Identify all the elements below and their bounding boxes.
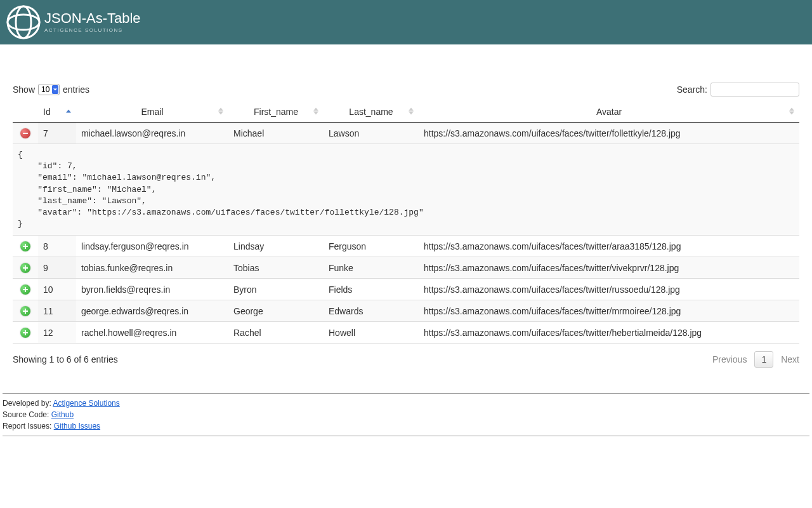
sort-icon [409, 108, 414, 115]
pagination: Previous 1 Next [712, 351, 799, 368]
col-email[interactable]: Email [76, 100, 228, 123]
dev-label: Developed by: [3, 399, 53, 408]
src-label: Source Code: [3, 410, 51, 419]
svg-rect-5 [23, 133, 28, 134]
cell-last-name: Fields [324, 279, 419, 300]
dev-link[interactable]: Actigence Solutions [53, 399, 119, 408]
col-avatar[interactable]: Avatar [419, 100, 799, 123]
cell-id: 9 [38, 257, 76, 279]
table-row: 9tobias.funke@reqres.inTobiasFunkehttps:… [13, 257, 799, 279]
table-row: 12rachel.howell@reqres.inRachelHowellhtt… [13, 322, 799, 344]
cell-avatar: https://s3.amazonaws.com/uifaces/faces/t… [419, 322, 799, 344]
sort-icon [218, 108, 223, 115]
col-expand [13, 100, 38, 123]
cell-avatar: https://s3.amazonaws.com/uifaces/faces/t… [419, 300, 799, 322]
cell-email: george.edwards@reqres.in [76, 300, 228, 322]
cell-email: rachel.howell@reqres.in [76, 322, 228, 344]
globe-icon [6, 5, 41, 39]
expand-icon[interactable] [20, 284, 30, 295]
cell-first-name: Rachel [228, 322, 324, 344]
cell-email: michael.lawson@reqres.in [76, 123, 228, 144]
expand-icon[interactable] [20, 306, 30, 316]
detail-row: { "id": 7, "email": "michael.lawson@reqr… [13, 144, 799, 236]
page-length-control: Show 10 entries [13, 84, 89, 95]
brand-logo: JSON-As-Table ACTIGENCE SOLUTIONS [6, 5, 141, 39]
sort-icon [313, 108, 318, 115]
table-row: 7michael.lawson@reqres.inMichaelLawsonht… [13, 123, 799, 144]
cell-first-name: George [228, 300, 324, 322]
cell-first-name: Byron [228, 279, 324, 300]
cell-id: 8 [38, 236, 76, 257]
detail-json: { "id": 7, "email": "michael.lawson@reqr… [13, 144, 799, 236]
collapse-icon[interactable] [20, 128, 30, 138]
cell-first-name: Lindsay [228, 236, 324, 257]
src-link[interactable]: Github [51, 410, 74, 419]
table-row: 10byron.fields@reqres.inByronFieldshttps… [13, 279, 799, 300]
table-row: 11george.edwards@reqres.inGeorgeEdwardsh… [13, 300, 799, 322]
search-label: Search: [677, 84, 707, 95]
app-header: JSON-As-Table ACTIGENCE SOLUTIONS [0, 0, 812, 44]
next-button[interactable]: Next [781, 354, 799, 364]
sort-icon [66, 110, 71, 113]
cell-last-name: Lawson [324, 123, 419, 144]
iss-link[interactable]: Github Issues [54, 422, 100, 431]
cell-last-name: Edwards [324, 300, 419, 322]
col-last-name[interactable]: Last_name [324, 100, 419, 123]
entries-label: entries [63, 84, 89, 95]
expand-icon[interactable] [20, 263, 30, 273]
data-table: Id Email First_name Last_name Avatar [13, 100, 799, 344]
cell-email: byron.fields@reqres.in [76, 279, 228, 300]
col-first-name[interactable]: First_name [228, 100, 324, 123]
page-number[interactable]: 1 [754, 351, 773, 368]
sort-icon [789, 108, 794, 115]
cell-last-name: Funke [324, 257, 419, 279]
table-row: 8lindsay.ferguson@reqres.inLindsayFergus… [13, 236, 799, 257]
cell-id: 11 [38, 300, 76, 322]
iss-label: Report Issues: [3, 422, 54, 431]
page-length-select[interactable]: 10 [38, 84, 60, 95]
cell-last-name: Howell [324, 322, 419, 344]
table-info: Showing 1 to 6 of 6 entries [13, 354, 118, 364]
cell-avatar: https://s3.amazonaws.com/uifaces/faces/t… [419, 123, 799, 144]
cell-avatar: https://s3.amazonaws.com/uifaces/faces/t… [419, 257, 799, 279]
credits: Developed by: Actigence Solutions Source… [3, 393, 809, 436]
search-control: Search: [677, 83, 799, 97]
cell-id: 10 [38, 279, 76, 300]
col-id[interactable]: Id [38, 100, 76, 123]
cell-last-name: Ferguson [324, 236, 419, 257]
cell-email: lindsay.ferguson@reqres.in [76, 236, 228, 257]
prev-button[interactable]: Previous [712, 354, 747, 364]
cell-avatar: https://s3.amazonaws.com/uifaces/faces/t… [419, 236, 799, 257]
expand-icon[interactable] [20, 241, 30, 251]
cell-id: 12 [38, 322, 76, 344]
cell-email: tobias.funke@reqres.in [76, 257, 228, 279]
cell-avatar: https://s3.amazonaws.com/uifaces/faces/t… [419, 279, 799, 300]
cell-id: 7 [38, 123, 76, 144]
cell-first-name: Michael [228, 123, 324, 144]
search-input[interactable] [710, 83, 799, 97]
show-label: Show [13, 84, 35, 95]
brand-subtitle: ACTIGENCE SOLUTIONS [44, 27, 141, 33]
brand-title: JSON-As-Table [44, 11, 141, 25]
cell-first-name: Tobias [228, 257, 324, 279]
expand-icon[interactable] [20, 328, 30, 338]
